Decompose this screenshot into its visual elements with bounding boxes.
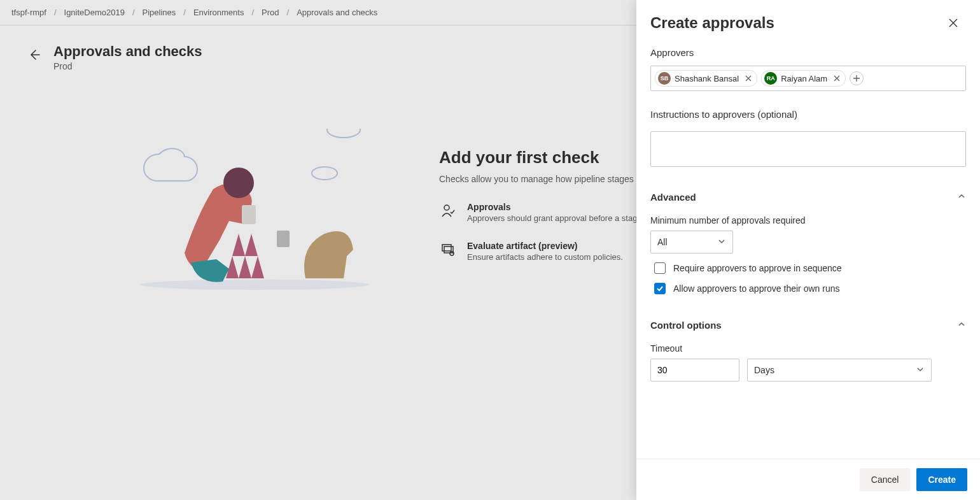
svg-marker-9 [245, 234, 258, 256]
timeout-value-input[interactable] [650, 359, 739, 382]
empty-description: Checks allow you to manage how pipeline … [439, 174, 670, 184]
add-approver-button[interactable] [850, 71, 864, 85]
person-icon [439, 202, 457, 220]
remove-icon[interactable] [831, 73, 843, 84]
breadcrumb-item[interactable]: Prod [262, 8, 279, 17]
approvers-input[interactable]: SB Shashank Bansal RA Raiyan Alam [650, 66, 966, 91]
breadcrumb-item: Approvals and checks [297, 8, 377, 17]
svg-rect-10 [277, 231, 290, 247]
chevron-down-icon [916, 365, 925, 376]
check-title: Evaluate artifact (preview) [467, 241, 623, 251]
chevron-up-icon [957, 192, 966, 203]
create-approvals-panel: Create approvals Approvers SB Shashank B… [636, 0, 980, 500]
advanced-section-header[interactable]: Advanced [650, 188, 966, 206]
panel-title: Create approvals [650, 14, 774, 32]
timeout-label: Timeout [650, 343, 966, 354]
svg-rect-4 [242, 205, 256, 224]
create-button[interactable]: Create [916, 468, 967, 491]
svg-marker-5 [239, 256, 251, 278]
remove-icon[interactable] [743, 73, 754, 84]
dropdown-value: Days [754, 365, 774, 375]
svg-rect-12 [442, 245, 451, 251]
empty-illustration [115, 129, 401, 294]
svg-point-1 [312, 167, 337, 180]
breadcrumb-item[interactable]: Pipelines [143, 8, 176, 17]
own-runs-checkbox[interactable] [654, 283, 666, 294]
close-icon[interactable] [944, 14, 962, 32]
control-options-header[interactable]: Control options [650, 316, 966, 334]
check-title: Approvals [467, 202, 662, 212]
avatar-icon: RA [764, 72, 777, 85]
breadcrumb-item[interactable]: Environments [193, 8, 244, 17]
check-desc: Ensure artifacts adhere to custom polici… [467, 252, 623, 262]
chevron-down-icon [717, 237, 726, 248]
page-subtitle: Prod [53, 61, 202, 71]
svg-point-11 [444, 205, 449, 210]
approver-chip: RA Raiyan Alam [761, 70, 846, 87]
check-type-artifact[interactable]: Evaluate artifact (preview) Ensure artif… [439, 241, 670, 262]
cancel-button[interactable]: Cancel [860, 468, 911, 491]
svg-point-2 [327, 129, 360, 138]
control-options-heading: Control options [650, 320, 722, 331]
breadcrumb-item[interactable]: IgniteDemo2019 [64, 8, 125, 17]
sequence-checkbox[interactable] [654, 262, 666, 274]
instructions-input[interactable] [650, 131, 966, 167]
approver-chip: SB Shashank Bansal [655, 70, 757, 87]
min-approvals-label: Minimum number of approvals required [650, 215, 966, 225]
chevron-up-icon [957, 320, 966, 331]
svg-marker-6 [251, 256, 264, 278]
check-type-approvals[interactable]: Approvals Approvers should grant approva… [439, 202, 670, 223]
own-runs-label: Allow approvers to approve their own run… [673, 283, 839, 294]
svg-marker-8 [232, 234, 245, 256]
advanced-heading: Advanced [650, 192, 696, 203]
svg-point-3 [223, 168, 254, 198]
check-desc: Approvers should grant approval before a… [467, 213, 662, 223]
svg-marker-7 [226, 256, 239, 278]
approver-name: Raiyan Alam [781, 74, 827, 83]
min-approvals-dropdown[interactable]: All [650, 231, 733, 254]
timeout-unit-dropdown[interactable]: Days [747, 359, 932, 382]
back-icon[interactable] [25, 46, 43, 64]
dropdown-value: All [657, 237, 668, 247]
avatar-icon: SB [658, 72, 671, 85]
svg-rect-13 [444, 246, 453, 253]
approver-name: Shashank Bansal [675, 74, 739, 83]
svg-point-14 [450, 252, 454, 255]
breadcrumb-item[interactable]: tfspf-rmpf [11, 8, 46, 17]
artifact-icon [439, 241, 457, 259]
empty-heading: Add your first check [439, 148, 670, 168]
sequence-label: Require approvers to approve in sequence [673, 263, 842, 273]
approvers-label: Approvers [650, 47, 966, 58]
instructions-label: Instructions to approvers (optional) [650, 109, 966, 120]
page-title: Approvals and checks [53, 43, 202, 60]
svg-point-0 [140, 280, 369, 290]
